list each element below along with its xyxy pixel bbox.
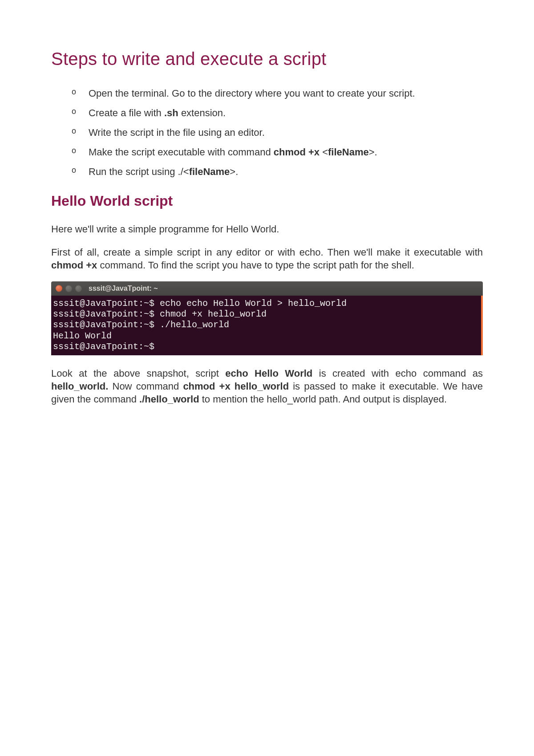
- terminal-screenshot: sssit@JavaTpoint: ~ sssit@JavaTpoint:~$ …: [51, 281, 483, 355]
- text: First of all, create a simple script in …: [51, 247, 483, 258]
- terminal-titlebar: sssit@JavaTpoint: ~: [51, 281, 483, 296]
- paragraph: First of all, create a simple script in …: [51, 246, 483, 272]
- list-item: Write the script in the file using an ed…: [76, 125, 483, 140]
- step-bold: .sh: [164, 107, 178, 118]
- step-text: extension.: [178, 107, 226, 118]
- text-bold: hello_world.: [51, 381, 108, 392]
- step-bold: chmod +x: [274, 146, 320, 158]
- paragraph: Look at the above snapshot, script echo …: [51, 367, 483, 406]
- list-item: Run the script using ./<fileName>.: [76, 164, 483, 179]
- text: to mention the hello_world path. And out…: [199, 394, 447, 405]
- paragraph: Here we'll write a simple programme for …: [51, 223, 483, 236]
- terminal-window: sssit@JavaTpoint: ~ sssit@JavaTpoint:~$ …: [51, 281, 483, 355]
- terminal-line: sssit@JavaTpoint:~$: [53, 341, 477, 352]
- text: command. To find the script you have to …: [97, 260, 414, 271]
- step-text: Write the script in the file using an ed…: [89, 127, 265, 138]
- steps-list: Open the terminal. Go to the directory w…: [76, 86, 483, 179]
- text: is created with echo command as: [312, 368, 483, 379]
- close-icon: [56, 285, 62, 292]
- text: Now command: [108, 381, 183, 392]
- text-bold: chmod +x: [51, 260, 97, 271]
- text: Look at the above snapshot, script: [51, 368, 225, 379]
- terminal-line: sssit@JavaTpoint:~$ chmod +x hello_world: [53, 309, 477, 320]
- step-bold: fileName: [328, 146, 369, 158]
- step-text: Open the terminal. Go to the directory w…: [89, 88, 415, 99]
- step-bold: fileName: [189, 166, 230, 177]
- terminal-line: Hello World: [53, 331, 477, 341]
- step-text: Create a file with: [89, 107, 164, 118]
- terminal-line: sssit@JavaTpoint:~$ echo echo Hello Worl…: [53, 298, 477, 309]
- minimize-icon: [65, 285, 72, 292]
- terminal-body: sssit@JavaTpoint:~$ echo echo Hello Worl…: [51, 296, 483, 355]
- terminal-line: sssit@JavaTpoint:~$ ./hello_world: [53, 320, 477, 330]
- step-text: Run the script using ./<: [89, 166, 189, 177]
- page-title: Steps to write and execute a script: [51, 49, 483, 69]
- section-title: Hello World script: [51, 193, 483, 209]
- text-bold: ./hello_world: [139, 394, 199, 405]
- terminal-title: sssit@JavaTpoint: ~: [89, 285, 158, 293]
- step-text: <: [320, 146, 328, 158]
- list-item: Open the terminal. Go to the directory w…: [76, 86, 483, 101]
- maximize-icon: [75, 285, 82, 292]
- step-text: Make the script executable with command: [89, 146, 274, 158]
- step-text: >.: [369, 146, 377, 158]
- text-bold: chmod +x hello_world: [183, 381, 289, 392]
- step-text: >.: [230, 166, 238, 177]
- text-bold: echo Hello World: [225, 368, 312, 379]
- list-item: Make the script executable with command …: [76, 145, 483, 160]
- list-item: Create a file with .sh extension.: [76, 106, 483, 121]
